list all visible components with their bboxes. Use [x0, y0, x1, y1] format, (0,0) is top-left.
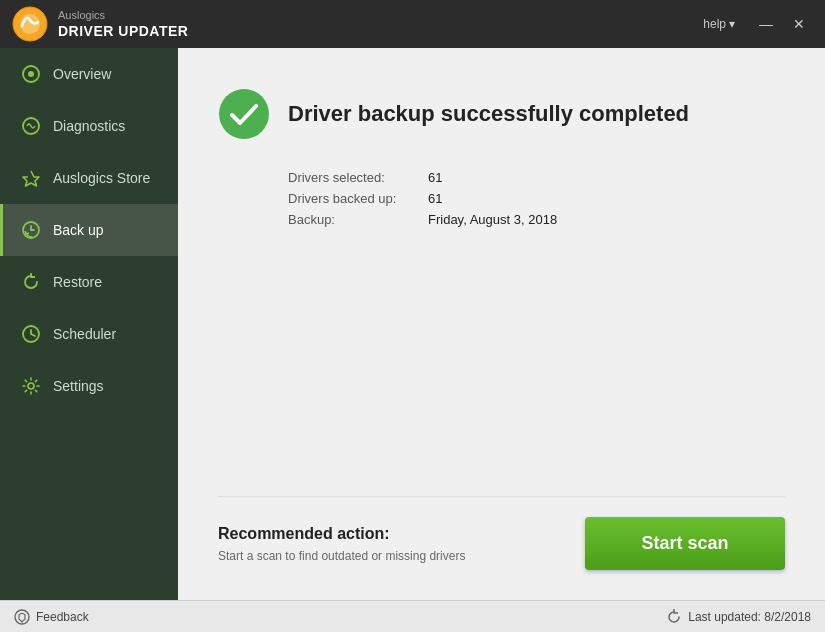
svg-point-7 — [28, 383, 34, 389]
feedback-icon — [14, 609, 30, 625]
drivers-selected-row: Drivers selected: 61 — [288, 170, 785, 185]
settings-label: Settings — [53, 378, 104, 394]
diagnostics-label: Diagnostics — [53, 118, 125, 134]
success-icon — [218, 88, 270, 140]
sidebar-item-store[interactable]: Auslogics Store — [0, 152, 178, 204]
store-label: Auslogics Store — [53, 170, 150, 186]
sidebar-item-restore[interactable]: Restore — [0, 256, 178, 308]
success-header: Driver backup successfully completed — [218, 88, 785, 140]
drivers-selected-label: Drivers selected: — [288, 170, 428, 185]
store-icon — [21, 168, 41, 188]
drivers-backed-label: Drivers backed up: — [288, 191, 428, 206]
backup-label: Back up — [53, 222, 104, 238]
last-updated: Last updated: 8/2/2018 — [666, 609, 811, 625]
close-button[interactable]: ✕ — [785, 13, 813, 35]
info-table: Drivers selected: 61 Drivers backed up: … — [288, 170, 785, 233]
content-spacer — [218, 253, 785, 496]
recommended-section: Recommended action: Start a scan to find… — [218, 496, 785, 570]
appname-label: DRIVER UPDATER — [58, 23, 703, 39]
backup-date-value: Friday, August 3, 2018 — [428, 212, 557, 227]
success-title: Driver backup successfully completed — [288, 101, 689, 127]
sidebar: Overview Diagnostics Auslogics Store — [0, 48, 178, 600]
refresh-icon — [666, 609, 682, 625]
sidebar-item-settings[interactable]: Settings — [0, 360, 178, 412]
scheduler-label: Scheduler — [53, 326, 116, 342]
backup-date-row: Backup: Friday, August 3, 2018 — [288, 212, 785, 227]
recommended-heading: Recommended action: — [218, 525, 465, 543]
statusbar: Feedback Last updated: 8/2/2018 — [0, 600, 825, 632]
main-layout: Overview Diagnostics Auslogics Store — [0, 48, 825, 600]
sidebar-spacer — [0, 412, 178, 600]
drivers-backed-row: Drivers backed up: 61 — [288, 191, 785, 206]
titlebar-text: Auslogics DRIVER UPDATER — [58, 9, 703, 38]
sidebar-item-scheduler[interactable]: Scheduler — [0, 308, 178, 360]
restore-label: Restore — [53, 274, 102, 290]
diagnostics-icon — [21, 116, 41, 136]
help-button[interactable]: help ▾ — [703, 17, 735, 31]
recommended-text: Recommended action: Start a scan to find… — [218, 525, 465, 563]
overview-label: Overview — [53, 66, 111, 82]
titlebar-controls: help ▾ — ✕ — [703, 13, 813, 35]
content-area: Driver backup successfully completed Dri… — [178, 48, 825, 600]
drivers-selected-value: 61 — [428, 170, 442, 185]
sidebar-item-overview[interactable]: Overview — [0, 48, 178, 100]
backup-date-label: Backup: — [288, 212, 428, 227]
sidebar-item-diagnostics[interactable]: Diagnostics — [0, 100, 178, 152]
sidebar-item-backup[interactable]: Back up — [0, 204, 178, 256]
minimize-button[interactable]: — — [751, 13, 781, 35]
app-logo — [12, 6, 48, 42]
scheduler-icon — [21, 324, 41, 344]
feedback-label: Feedback — [36, 610, 89, 624]
svg-point-3 — [28, 71, 34, 77]
restore-icon — [21, 272, 41, 292]
recommended-desc: Start a scan to find outdated or missing… — [218, 549, 465, 563]
drivers-backed-value: 61 — [428, 191, 442, 206]
brand-label: Auslogics — [58, 9, 703, 22]
feedback-button[interactable]: Feedback — [14, 609, 89, 625]
start-scan-button[interactable]: Start scan — [585, 517, 785, 570]
overview-icon — [21, 64, 41, 84]
last-updated-label: Last updated: 8/2/2018 — [688, 610, 811, 624]
settings-icon — [21, 376, 41, 396]
titlebar: Auslogics DRIVER UPDATER help ▾ — ✕ — [0, 0, 825, 48]
svg-point-8 — [219, 89, 269, 139]
backup-icon — [21, 220, 41, 240]
